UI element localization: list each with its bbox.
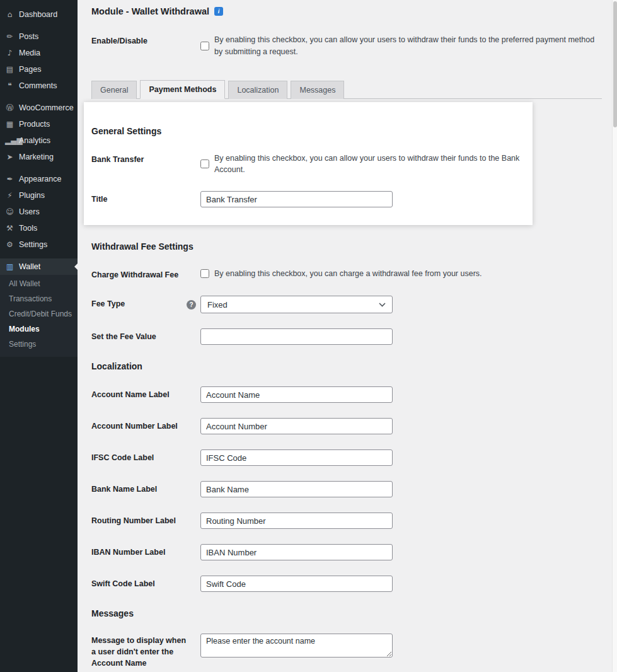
marketing-icon: ➤ bbox=[5, 153, 14, 161]
account-name-message-row: Message to display when a user didn't en… bbox=[91, 634, 602, 669]
plugins-icon: ⚡ bbox=[5, 192, 14, 199]
ifsc-code-label-input[interactable] bbox=[200, 449, 393, 466]
enable-disable-checkbox[interactable] bbox=[200, 42, 209, 50]
page-scrollbar[interactable] bbox=[612, 0, 617, 672]
sidebar-item-analytics[interactable]: ▂▄▆ Analytics bbox=[0, 132, 78, 149]
scrollbar-thumb[interactable] bbox=[613, 1, 617, 127]
sidebar-separator bbox=[0, 165, 78, 171]
fee-value-input[interactable] bbox=[200, 328, 393, 345]
sidebar-item-label: Settings bbox=[19, 240, 47, 249]
tab-messages[interactable]: Messages bbox=[291, 81, 344, 99]
tab-general[interactable]: General bbox=[91, 81, 137, 99]
tab-localization[interactable]: Localization bbox=[228, 81, 287, 99]
comments-icon: ❝ bbox=[5, 82, 14, 90]
field-label: Bank Name Label bbox=[91, 481, 200, 495]
general-settings-section: General Settings Bank Transfer By enabli… bbox=[84, 102, 533, 226]
bank-transfer-checkbox[interactable] bbox=[200, 159, 209, 168]
field-description: By enabling this checkbox, you can charg… bbox=[214, 268, 482, 280]
sidebar-separator bbox=[0, 94, 78, 100]
field-description: By enabling this checkbox, you can allow… bbox=[214, 34, 602, 58]
submenu-item-all-wallet[interactable]: All Wallet bbox=[0, 276, 78, 291]
sidebar-item-label: Appearance bbox=[19, 175, 61, 183]
active-menu-arrow bbox=[71, 264, 78, 270]
routing-number-label-input[interactable] bbox=[200, 513, 393, 529]
field-label: Bank Transfer bbox=[91, 151, 200, 165]
sidebar-item-tools[interactable]: ⚒ Tools bbox=[0, 220, 78, 236]
sidebar-item-plugins[interactable]: ⚡ Plugins bbox=[0, 187, 78, 204]
sidebar-item-label: Plugins bbox=[19, 191, 45, 200]
documentation-icon[interactable]: i bbox=[214, 7, 223, 16]
sidebar-item-pages[interactable]: ▤ Pages bbox=[0, 61, 78, 78]
pages-icon: ▤ bbox=[5, 66, 14, 73]
routing-number-label-row: Routing Number Label bbox=[91, 513, 602, 529]
sidebar-item-posts[interactable]: ✏ Posts bbox=[0, 28, 78, 45]
users-icon: ☺ bbox=[5, 208, 14, 216]
field-label: Title bbox=[91, 191, 200, 205]
fee-type-field: ? Fixed bbox=[200, 296, 393, 313]
account-number-label-input[interactable] bbox=[200, 418, 393, 434]
sidebar-item-label: Users bbox=[19, 207, 40, 216]
tools-icon: ⚒ bbox=[5, 224, 14, 232]
title-input[interactable] bbox=[200, 191, 393, 207]
sidebar-item-woocommerce[interactable]: Ⓦ WooCommerce bbox=[0, 100, 78, 116]
enable-disable-field: By enabling this checkbox, you can allow… bbox=[200, 33, 602, 58]
swift-code-label-input[interactable] bbox=[200, 576, 393, 592]
sidebar-item-marketing[interactable]: ➤ Marketing bbox=[0, 149, 78, 165]
page-title: Module - Wallet Withdrawal bbox=[91, 6, 209, 16]
sidebar-item-label: WooCommerce bbox=[19, 103, 74, 112]
fee-value-field bbox=[200, 328, 393, 345]
title-row: Title bbox=[91, 191, 525, 207]
title-field bbox=[200, 191, 393, 207]
charge-fee-checkbox[interactable] bbox=[200, 269, 209, 278]
section-heading: Localization bbox=[91, 361, 602, 371]
account-name-message-textarea[interactable]: Please enter the account name bbox=[200, 634, 393, 658]
dashboard-icon: ⌂ bbox=[5, 11, 14, 18]
sidebar-item-dashboard[interactable]: ⌂ Dashboard bbox=[0, 6, 78, 23]
sidebar-item-products[interactable]: ▦ Products bbox=[0, 116, 78, 132]
submenu-item-credit-debit-funds[interactable]: Credit/Debit Funds bbox=[0, 306, 78, 322]
fee-type-selected-value: Fixed bbox=[207, 300, 228, 310]
field-label: Swift Code Label bbox=[91, 576, 200, 589]
charge-fee-row: Charge Withdrawal Fee By enabling this c… bbox=[91, 267, 602, 281]
sidebar-item-comments[interactable]: ❝ Comments bbox=[0, 78, 78, 94]
appearance-icon: ✒ bbox=[5, 175, 14, 183]
field-label: Account Name Label bbox=[91, 386, 200, 400]
iban-number-label-input[interactable] bbox=[200, 544, 393, 560]
main-content: Module - Wallet Withdrawal i Enable/Disa… bbox=[78, 0, 617, 672]
bank-transfer-field: By enabling this checkbox, you can allow… bbox=[200, 151, 525, 177]
sidebar-item-settings[interactable]: ⚙ Settings bbox=[0, 236, 78, 253]
sidebar-item-label: Wallet bbox=[19, 262, 40, 271]
fee-type-select[interactable]: Fixed bbox=[200, 296, 393, 313]
sidebar-item-label: Comments bbox=[19, 81, 57, 90]
bank-name-label-input[interactable] bbox=[200, 481, 393, 497]
media-icon: ♪ bbox=[5, 49, 14, 57]
sidebar-item-wallet[interactable]: ▥ Wallet bbox=[0, 258, 78, 275]
account-name-label-row: Account Name Label bbox=[91, 386, 602, 403]
sidebar-item-users[interactable]: ☺ Users bbox=[0, 204, 78, 220]
account-name-label-input[interactable] bbox=[200, 386, 393, 403]
submenu-item-transactions[interactable]: Transactions bbox=[0, 291, 78, 306]
section-heading: Withdrawal Fee Settings bbox=[91, 241, 602, 252]
sidebar-item-label: Tools bbox=[19, 224, 37, 233]
submenu-item-modules[interactable]: Modules bbox=[0, 322, 78, 337]
field-label: Enable/Disable bbox=[91, 33, 200, 47]
field-label: IBAN Number Label bbox=[91, 544, 200, 558]
submenu-item-settings[interactable]: Settings bbox=[0, 337, 78, 352]
field-label: Routing Number Label bbox=[91, 513, 200, 526]
settings-icon: ⚙ bbox=[5, 241, 14, 248]
help-tip-icon[interactable]: ? bbox=[187, 300, 196, 310]
woocommerce-icon: Ⓦ bbox=[5, 104, 14, 112]
products-icon: ▦ bbox=[5, 120, 14, 128]
sidebar-item-label: Posts bbox=[19, 32, 38, 41]
sidebar-item-media[interactable]: ♪ Media bbox=[0, 45, 78, 61]
field-label: IFSC Code Label bbox=[91, 449, 200, 463]
sidebar-item-label: Pages bbox=[19, 65, 41, 74]
field-label: Account Number Label bbox=[91, 418, 200, 432]
tab-payment-methods[interactable]: Payment Methods bbox=[140, 80, 225, 99]
fee-type-row: Fee Type ? Fixed bbox=[91, 296, 602, 313]
swift-code-label-row: Swift Code Label bbox=[91, 576, 602, 592]
analytics-icon: ▂▄▆ bbox=[5, 137, 14, 144]
sidebar-item-label: Analytics bbox=[19, 136, 50, 145]
sidebar-item-appearance[interactable]: ✒ Appearance bbox=[0, 171, 78, 187]
sidebar-item-label: Dashboard bbox=[19, 10, 57, 19]
